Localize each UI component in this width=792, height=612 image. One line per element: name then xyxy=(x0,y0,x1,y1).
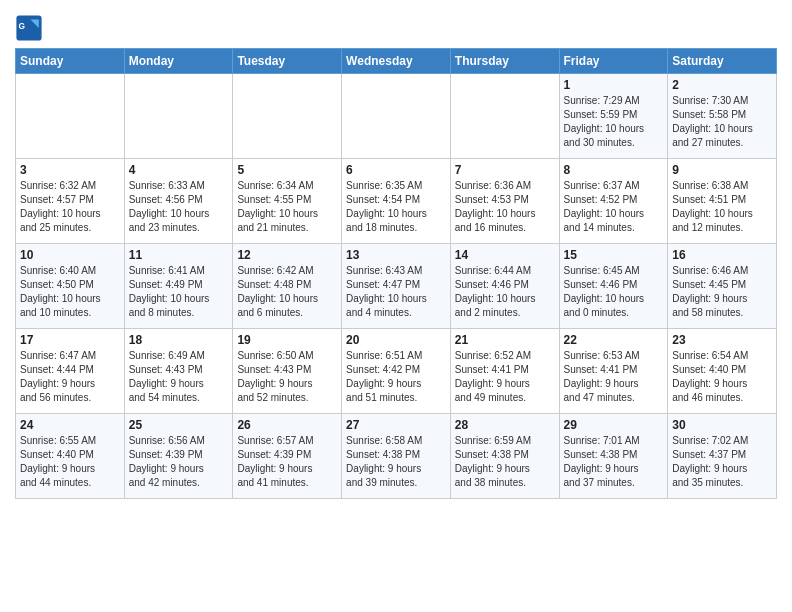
day-number: 22 xyxy=(564,333,664,347)
weekday-header: Tuesday xyxy=(233,49,342,74)
day-number: 16 xyxy=(672,248,772,262)
day-info: Sunrise: 6:42 AM Sunset: 4:48 PM Dayligh… xyxy=(237,264,337,320)
day-info: Sunrise: 6:58 AM Sunset: 4:38 PM Dayligh… xyxy=(346,434,446,490)
day-number: 11 xyxy=(129,248,229,262)
logo: G xyxy=(15,14,47,42)
logo-icon: G xyxy=(15,14,43,42)
calendar-cell: 21Sunrise: 6:52 AM Sunset: 4:41 PM Dayli… xyxy=(450,329,559,414)
day-number: 4 xyxy=(129,163,229,177)
calendar-cell: 11Sunrise: 6:41 AM Sunset: 4:49 PM Dayli… xyxy=(124,244,233,329)
day-number: 12 xyxy=(237,248,337,262)
calendar-cell: 7Sunrise: 6:36 AM Sunset: 4:53 PM Daylig… xyxy=(450,159,559,244)
day-number: 17 xyxy=(20,333,120,347)
day-number: 7 xyxy=(455,163,555,177)
calendar-cell: 1Sunrise: 7:29 AM Sunset: 5:59 PM Daylig… xyxy=(559,74,668,159)
day-number: 25 xyxy=(129,418,229,432)
day-info: Sunrise: 6:32 AM Sunset: 4:57 PM Dayligh… xyxy=(20,179,120,235)
calendar-week-row: 3Sunrise: 6:32 AM Sunset: 4:57 PM Daylig… xyxy=(16,159,777,244)
weekday-header: Sunday xyxy=(16,49,125,74)
calendar-cell: 18Sunrise: 6:49 AM Sunset: 4:43 PM Dayli… xyxy=(124,329,233,414)
day-info: Sunrise: 6:38 AM Sunset: 4:51 PM Dayligh… xyxy=(672,179,772,235)
calendar-table: SundayMondayTuesdayWednesdayThursdayFrid… xyxy=(15,48,777,499)
calendar-cell: 30Sunrise: 7:02 AM Sunset: 4:37 PM Dayli… xyxy=(668,414,777,499)
day-number: 28 xyxy=(455,418,555,432)
day-number: 21 xyxy=(455,333,555,347)
day-info: Sunrise: 7:01 AM Sunset: 4:38 PM Dayligh… xyxy=(564,434,664,490)
day-info: Sunrise: 6:57 AM Sunset: 4:39 PM Dayligh… xyxy=(237,434,337,490)
calendar-cell xyxy=(124,74,233,159)
calendar-cell: 15Sunrise: 6:45 AM Sunset: 4:46 PM Dayli… xyxy=(559,244,668,329)
day-info: Sunrise: 6:43 AM Sunset: 4:47 PM Dayligh… xyxy=(346,264,446,320)
day-info: Sunrise: 6:46 AM Sunset: 4:45 PM Dayligh… xyxy=(672,264,772,320)
day-number: 18 xyxy=(129,333,229,347)
calendar-cell xyxy=(16,74,125,159)
calendar-cell: 20Sunrise: 6:51 AM Sunset: 4:42 PM Dayli… xyxy=(342,329,451,414)
day-info: Sunrise: 6:40 AM Sunset: 4:50 PM Dayligh… xyxy=(20,264,120,320)
day-number: 6 xyxy=(346,163,446,177)
calendar-cell: 25Sunrise: 6:56 AM Sunset: 4:39 PM Dayli… xyxy=(124,414,233,499)
day-number: 27 xyxy=(346,418,446,432)
calendar-cell: 9Sunrise: 6:38 AM Sunset: 4:51 PM Daylig… xyxy=(668,159,777,244)
calendar-week-row: 10Sunrise: 6:40 AM Sunset: 4:50 PM Dayli… xyxy=(16,244,777,329)
calendar-cell: 10Sunrise: 6:40 AM Sunset: 4:50 PM Dayli… xyxy=(16,244,125,329)
weekday-row: SundayMondayTuesdayWednesdayThursdayFrid… xyxy=(16,49,777,74)
day-number: 19 xyxy=(237,333,337,347)
day-number: 23 xyxy=(672,333,772,347)
calendar-cell: 22Sunrise: 6:53 AM Sunset: 4:41 PM Dayli… xyxy=(559,329,668,414)
day-info: Sunrise: 6:56 AM Sunset: 4:39 PM Dayligh… xyxy=(129,434,229,490)
day-info: Sunrise: 6:59 AM Sunset: 4:38 PM Dayligh… xyxy=(455,434,555,490)
calendar-week-row: 24Sunrise: 6:55 AM Sunset: 4:40 PM Dayli… xyxy=(16,414,777,499)
day-info: Sunrise: 7:29 AM Sunset: 5:59 PM Dayligh… xyxy=(564,94,664,150)
calendar-cell: 29Sunrise: 7:01 AM Sunset: 4:38 PM Dayli… xyxy=(559,414,668,499)
day-number: 2 xyxy=(672,78,772,92)
day-number: 30 xyxy=(672,418,772,432)
calendar-cell: 28Sunrise: 6:59 AM Sunset: 4:38 PM Dayli… xyxy=(450,414,559,499)
calendar-cell: 24Sunrise: 6:55 AM Sunset: 4:40 PM Dayli… xyxy=(16,414,125,499)
day-info: Sunrise: 7:02 AM Sunset: 4:37 PM Dayligh… xyxy=(672,434,772,490)
day-number: 15 xyxy=(564,248,664,262)
day-info: Sunrise: 6:51 AM Sunset: 4:42 PM Dayligh… xyxy=(346,349,446,405)
calendar-cell: 3Sunrise: 6:32 AM Sunset: 4:57 PM Daylig… xyxy=(16,159,125,244)
calendar-cell: 27Sunrise: 6:58 AM Sunset: 4:38 PM Dayli… xyxy=(342,414,451,499)
calendar-week-row: 17Sunrise: 6:47 AM Sunset: 4:44 PM Dayli… xyxy=(16,329,777,414)
calendar-body: 1Sunrise: 7:29 AM Sunset: 5:59 PM Daylig… xyxy=(16,74,777,499)
weekday-header: Wednesday xyxy=(342,49,451,74)
calendar-cell: 8Sunrise: 6:37 AM Sunset: 4:52 PM Daylig… xyxy=(559,159,668,244)
day-number: 13 xyxy=(346,248,446,262)
calendar-cell: 26Sunrise: 6:57 AM Sunset: 4:39 PM Dayli… xyxy=(233,414,342,499)
day-info: Sunrise: 6:49 AM Sunset: 4:43 PM Dayligh… xyxy=(129,349,229,405)
calendar-cell: 2Sunrise: 7:30 AM Sunset: 5:58 PM Daylig… xyxy=(668,74,777,159)
svg-text:G: G xyxy=(19,21,26,31)
calendar-cell: 12Sunrise: 6:42 AM Sunset: 4:48 PM Dayli… xyxy=(233,244,342,329)
day-number: 5 xyxy=(237,163,337,177)
day-info: Sunrise: 6:55 AM Sunset: 4:40 PM Dayligh… xyxy=(20,434,120,490)
day-info: Sunrise: 6:50 AM Sunset: 4:43 PM Dayligh… xyxy=(237,349,337,405)
day-info: Sunrise: 6:53 AM Sunset: 4:41 PM Dayligh… xyxy=(564,349,664,405)
calendar-week-row: 1Sunrise: 7:29 AM Sunset: 5:59 PM Daylig… xyxy=(16,74,777,159)
weekday-header: Thursday xyxy=(450,49,559,74)
calendar-cell: 19Sunrise: 6:50 AM Sunset: 4:43 PM Dayli… xyxy=(233,329,342,414)
calendar-cell xyxy=(342,74,451,159)
day-info: Sunrise: 6:41 AM Sunset: 4:49 PM Dayligh… xyxy=(129,264,229,320)
page-header: G xyxy=(15,10,777,42)
day-number: 8 xyxy=(564,163,664,177)
day-number: 26 xyxy=(237,418,337,432)
day-info: Sunrise: 6:37 AM Sunset: 4:52 PM Dayligh… xyxy=(564,179,664,235)
day-info: Sunrise: 6:47 AM Sunset: 4:44 PM Dayligh… xyxy=(20,349,120,405)
day-info: Sunrise: 6:52 AM Sunset: 4:41 PM Dayligh… xyxy=(455,349,555,405)
day-number: 24 xyxy=(20,418,120,432)
day-number: 1 xyxy=(564,78,664,92)
day-number: 29 xyxy=(564,418,664,432)
day-info: Sunrise: 6:33 AM Sunset: 4:56 PM Dayligh… xyxy=(129,179,229,235)
day-info: Sunrise: 6:36 AM Sunset: 4:53 PM Dayligh… xyxy=(455,179,555,235)
calendar-cell: 6Sunrise: 6:35 AM Sunset: 4:54 PM Daylig… xyxy=(342,159,451,244)
day-info: Sunrise: 6:54 AM Sunset: 4:40 PM Dayligh… xyxy=(672,349,772,405)
day-number: 14 xyxy=(455,248,555,262)
day-number: 10 xyxy=(20,248,120,262)
day-info: Sunrise: 6:35 AM Sunset: 4:54 PM Dayligh… xyxy=(346,179,446,235)
calendar-cell: 17Sunrise: 6:47 AM Sunset: 4:44 PM Dayli… xyxy=(16,329,125,414)
day-info: Sunrise: 6:44 AM Sunset: 4:46 PM Dayligh… xyxy=(455,264,555,320)
calendar-cell: 5Sunrise: 6:34 AM Sunset: 4:55 PM Daylig… xyxy=(233,159,342,244)
day-number: 20 xyxy=(346,333,446,347)
weekday-header: Friday xyxy=(559,49,668,74)
